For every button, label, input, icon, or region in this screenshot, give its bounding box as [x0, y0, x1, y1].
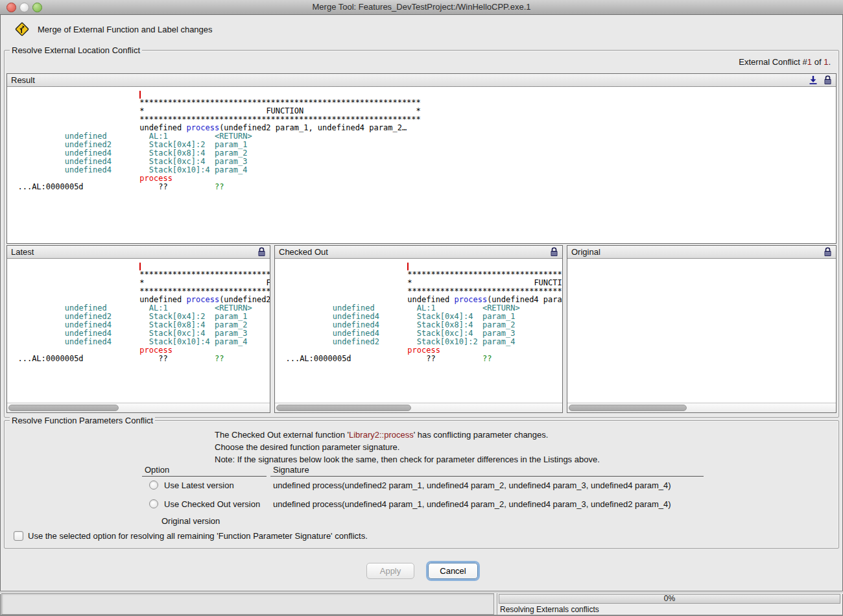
- group-params-title: Resolve Function Parameters Conflict: [10, 416, 155, 425]
- checked-out-panel: Checked Out ****************************…: [274, 245, 563, 413]
- latest-panel: Latest *********************************…: [6, 245, 270, 413]
- lock-icon[interactable]: [550, 247, 558, 257]
- merge-header-label: Merge of External Function and Label cha…: [38, 25, 213, 34]
- lock-icon[interactable]: [257, 247, 266, 257]
- conflicting-function-name: Library2::process: [349, 430, 414, 440]
- use-for-all-checkbox[interactable]: [14, 531, 23, 541]
- scrollbar-thumb[interactable]: [569, 405, 687, 411]
- resolve-function-parameters-conflict-group: Resolve Function Parameters Conflict The…: [4, 420, 839, 549]
- merge-header: Merge of External Function and Label cha…: [14, 21, 213, 37]
- window-title: Merge Tool: Features_DevTestProject:/Win…: [0, 2, 843, 12]
- cancel-button[interactable]: Cancel: [428, 563, 478, 579]
- latest-listing[interactable]: ****************************************…: [7, 259, 270, 403]
- info-line-1: The Checked Out external function 'Libra…: [215, 429, 600, 441]
- use-checked-out-version-radio[interactable]: [149, 499, 158, 508]
- use-latest-version-radio[interactable]: [149, 480, 158, 490]
- merge-tool-window: { "window": { "title": "Merge Tool: Feat…: [0, 0, 843, 616]
- checked-out-listing[interactable]: ****************************************…: [275, 259, 562, 403]
- use-for-all-label[interactable]: Use the selected option for resolving al…: [28, 531, 368, 541]
- use-latest-version-label[interactable]: Use Latest version: [164, 480, 234, 490]
- original-horizontal-scrollbar[interactable]: [567, 403, 836, 412]
- lock-icon[interactable]: [824, 247, 832, 257]
- info-line1-pre: The Checked Out external function ': [215, 430, 349, 440]
- option-header-underline: [142, 476, 267, 477]
- latest-panel-header: Latest: [7, 246, 270, 259]
- group-location-title: Resolve External Location Conflict: [10, 45, 142, 55]
- checked-out-panel-header: Checked Out: [275, 246, 562, 259]
- result-listing[interactable]: ****************************************…: [7, 87, 836, 243]
- original-version-label: Original version: [161, 516, 220, 526]
- apply-button[interactable]: Apply: [366, 563, 414, 579]
- scrollbar-thumb[interactable]: [276, 405, 411, 411]
- info-line1-post: ' has conflicting parameter changes.: [414, 430, 549, 440]
- option-column-header: Option: [145, 465, 169, 475]
- external-conflict-counter: External Conflict #1 of 1.: [739, 57, 831, 67]
- result-panel: Result: [6, 73, 837, 244]
- info-line-3: Note: If the signatures below look the s…: [215, 453, 600, 466]
- info-line-2: Choose the desired function parameter si…: [215, 441, 600, 453]
- checked-out-horizontal-scrollbar[interactable]: [275, 403, 562, 412]
- latest-panel-title: Latest: [11, 247, 257, 257]
- titlebar: Merge Tool: Features_DevTestProject:/Win…: [0, 0, 843, 15]
- counter-current: 1: [807, 57, 812, 67]
- original-panel-title: Original: [571, 247, 824, 257]
- counter-of: of: [812, 57, 824, 67]
- original-panel-header: Original: [567, 246, 836, 259]
- save-down-arrow-icon[interactable]: [809, 75, 818, 85]
- use-for-all-row: Use the selected option for resolving al…: [14, 531, 368, 541]
- checked-out-signature: undefined process(undefined4 param_1, un…: [273, 499, 671, 509]
- lock-icon[interactable]: [824, 75, 832, 85]
- original-listing[interactable]: [567, 259, 836, 403]
- signature-header-underline: [270, 476, 704, 477]
- latest-signature: undefined process(undefined2 param_1, un…: [273, 480, 671, 490]
- result-panel-header: Result: [7, 74, 836, 87]
- use-checked-out-version-label[interactable]: Use Checked Out version: [164, 499, 260, 509]
- scrollbar-thumb[interactable]: [8, 405, 119, 411]
- original-panel: Original: [567, 245, 837, 413]
- result-panel-title: Result: [11, 75, 809, 85]
- progress-message: Resolving Externals conflicts: [500, 605, 599, 614]
- status-message-area: [1, 593, 494, 615]
- merge-road-sign-icon: [14, 21, 30, 37]
- progress-bar: 0%: [499, 594, 840, 604]
- checked-out-panel-title: Checked Out: [279, 247, 550, 257]
- progress-area: 0% Resolving Externals conflicts: [497, 593, 842, 615]
- latest-horizontal-scrollbar[interactable]: [7, 403, 270, 412]
- counter-prefix: External Conflict #: [739, 57, 807, 67]
- conflict-info-text: The Checked Out external function 'Libra…: [215, 429, 600, 466]
- counter-period: .: [828, 57, 831, 67]
- signature-column-header: Signature: [273, 465, 309, 475]
